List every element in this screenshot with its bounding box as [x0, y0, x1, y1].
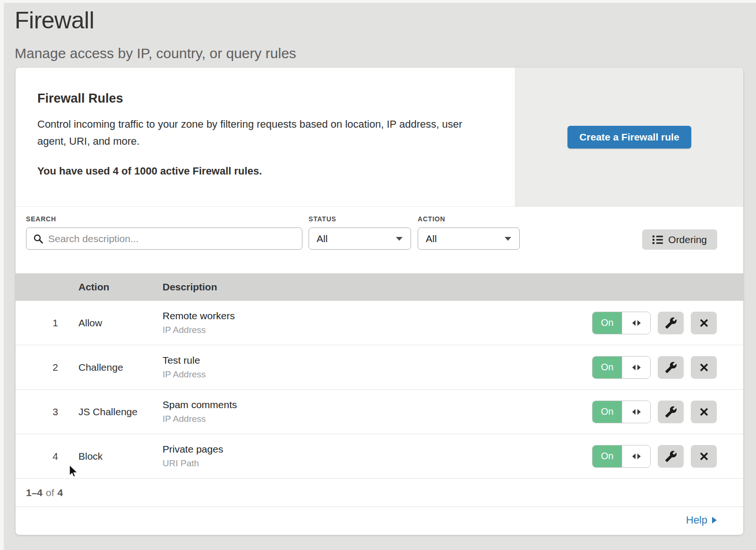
- ordering-button[interactable]: Ordering: [642, 229, 717, 250]
- delete-rule-button[interactable]: [691, 356, 717, 379]
- rule-controls: On: [592, 356, 743, 379]
- rule-priority: 4: [16, 451, 58, 462]
- rule-priority: 1: [16, 317, 58, 329]
- toggle-on-label[interactable]: On: [593, 357, 622, 378]
- window-edge-left: [0, 0, 4, 550]
- rule-controls: On: [592, 401, 743, 423]
- wrench-icon: [665, 406, 677, 418]
- pagination-range: 1–4: [26, 487, 43, 498]
- rule-description: Test rule: [163, 355, 592, 366]
- table-row: 2 Challenge Test rule IP Address On: [16, 345, 743, 390]
- status-select[interactable]: All: [309, 227, 411, 250]
- action-column-header: Action: [58, 281, 163, 293]
- action-select[interactable]: All: [418, 227, 520, 250]
- rule-enabled-toggle[interactable]: On: [592, 312, 651, 334]
- rule-action: Block: [58, 451, 163, 462]
- rule-controls: On: [592, 445, 743, 468]
- rule-description-cell: Spam comments IP Address: [163, 399, 592, 424]
- rule-enabled-toggle[interactable]: On: [592, 356, 651, 379]
- close-icon: [699, 318, 709, 328]
- toggle-on-label[interactable]: On: [593, 401, 622, 423]
- toggle-handle[interactable]: [622, 357, 650, 378]
- firewall-rules-card: Firewall Rules Control incoming traffic …: [16, 68, 743, 535]
- toggle-on-label[interactable]: On: [593, 445, 622, 467]
- intro-text-block: Firewall Rules Control incoming traffic …: [16, 68, 515, 207]
- page-title: Firewall: [15, 7, 756, 34]
- rule-priority: 3: [16, 406, 58, 418]
- search-input-wrap[interactable]: [26, 227, 302, 250]
- rule-priority: 2: [16, 362, 58, 373]
- table-row: 1 Allow Remote workers IP Address On: [16, 301, 743, 345]
- rule-description: Spam comments: [163, 399, 592, 410]
- close-icon: [699, 362, 709, 373]
- create-rule-panel: Create a Firewall rule: [515, 68, 743, 207]
- card-footer: Help: [16, 507, 743, 533]
- section-title: Firewall Rules: [37, 91, 496, 106]
- status-selected-value: All: [317, 233, 327, 244]
- chevron-down-icon: [395, 236, 403, 241]
- delete-rule-button[interactable]: [691, 445, 717, 468]
- help-link[interactable]: Help: [686, 514, 717, 526]
- spread-arrows-icon: [632, 364, 641, 371]
- usage-summary: You have used 4 of 1000 active Firewall …: [37, 165, 496, 177]
- rule-action: Allow: [58, 317, 163, 329]
- description-column-header: Description: [163, 281, 743, 293]
- search-input[interactable]: [48, 233, 295, 244]
- edit-rule-button[interactable]: [658, 445, 684, 468]
- edit-rule-button[interactable]: [658, 401, 684, 423]
- filters-bar: SEARCH STATUS All ACTION All: [16, 207, 743, 273]
- chevron-down-icon: [504, 236, 512, 241]
- ordering-button-label: Ordering: [668, 234, 707, 245]
- window-edge-top: [0, 0, 756, 3]
- edit-rule-button[interactable]: [658, 312, 684, 334]
- pagination-status: 1–4 of 4: [16, 479, 743, 507]
- table-header: Action Description: [16, 273, 743, 301]
- wrench-icon: [665, 317, 677, 329]
- search-filter: SEARCH: [26, 215, 302, 273]
- section-description: Control incoming traffic to your zone by…: [37, 116, 484, 150]
- search-label: SEARCH: [26, 215, 302, 223]
- rule-description-cell: Private pages URI Path: [163, 444, 592, 469]
- rule-description-cell: Test rule IP Address: [163, 355, 592, 380]
- pagination-total: 4: [58, 487, 63, 498]
- ordered-list-icon: [653, 235, 663, 244]
- status-label: STATUS: [309, 215, 411, 223]
- rule-description-cell: Remote workers IP Address: [163, 310, 592, 335]
- search-icon: [33, 234, 43, 244]
- help-link-label: Help: [686, 514, 707, 526]
- spread-arrows-icon: [632, 409, 641, 415]
- spread-arrows-icon: [632, 320, 641, 326]
- delete-rule-button[interactable]: [691, 401, 717, 423]
- rule-enabled-toggle[interactable]: On: [592, 445, 651, 468]
- rule-match-type: IP Address: [163, 369, 592, 380]
- toggle-handle[interactable]: [622, 312, 650, 334]
- rule-description: Remote workers: [163, 310, 592, 322]
- toggle-handle[interactable]: [622, 401, 650, 423]
- rule-match-type: URI Path: [163, 458, 592, 469]
- action-selected-value: All: [426, 233, 437, 244]
- rule-description: Private pages: [163, 444, 592, 455]
- intro-section: Firewall Rules Control incoming traffic …: [16, 68, 743, 207]
- rule-match-type: IP Address: [163, 414, 592, 424]
- edit-rule-button[interactable]: [658, 356, 684, 379]
- toggle-on-label[interactable]: On: [593, 312, 622, 334]
- close-icon: [699, 451, 709, 462]
- page-subtitle: Manage access by IP, country, or query r…: [15, 45, 756, 61]
- rule-enabled-toggle[interactable]: On: [592, 401, 651, 423]
- pagination-connector: of: [46, 487, 54, 498]
- toggle-handle[interactable]: [622, 445, 650, 467]
- wrench-icon: [665, 361, 677, 374]
- close-icon: [699, 407, 709, 417]
- table-row: 4 Block Private pages URI Path On: [16, 434, 743, 479]
- rule-match-type: IP Address: [163, 325, 592, 335]
- arrow-right-icon: [712, 516, 717, 524]
- rule-controls: On: [592, 312, 743, 334]
- create-firewall-rule-button[interactable]: Create a Firewall rule: [567, 126, 691, 148]
- rule-action: Challenge: [58, 362, 163, 373]
- action-label: ACTION: [418, 215, 520, 223]
- delete-rule-button[interactable]: [691, 312, 717, 334]
- action-filter: ACTION All: [418, 215, 520, 273]
- status-filter: STATUS All: [309, 215, 411, 273]
- rule-action: JS Challenge: [58, 406, 163, 418]
- spread-arrows-icon: [632, 453, 641, 460]
